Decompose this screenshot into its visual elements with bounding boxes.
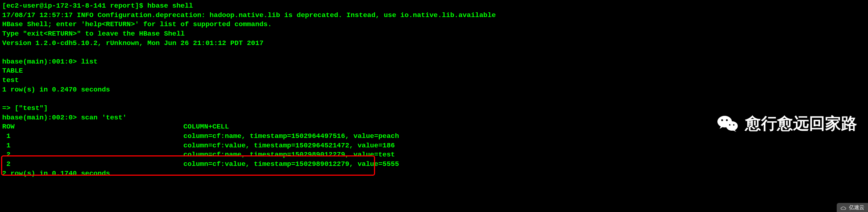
list-row: test — [2, 76, 866, 85]
blank-line — [2, 48, 866, 57]
scan-row-cell: column=cf:name, timestamp=1502964497516,… — [183, 132, 399, 141]
scan-row: 1column=cf:name, timestamp=1502964497516… — [2, 132, 866, 141]
scan-row: 1column=cf:value, timestamp=150296452147… — [2, 141, 866, 151]
scan-row-key: 1 — [2, 141, 183, 151]
scan-row: 2column=cf:name, timestamp=1502989012279… — [2, 150, 866, 160]
scan-row-cell: column=cf:value, timestamp=1502989012279… — [183, 160, 399, 169]
hbase-command: list — [81, 58, 98, 66]
corner-badge: 亿速云 — [837, 203, 868, 212]
hbase-prompt: hbase(main):001:0> — [2, 58, 81, 66]
shell-prompt: [ec2-user@ip-172-31-8-141 report]$ — [2, 2, 147, 10]
scan-row-cell: column=cf:value, timestamp=1502964521472… — [183, 141, 395, 151]
banner-line: 17/08/17 12:57:17 INFO Configuration.dep… — [2, 11, 866, 20]
scan-header: ROWCOLUMN+CELL — [2, 122, 866, 132]
shell-command: hbase shell — [147, 2, 193, 10]
scan-row-key: 1 — [2, 132, 183, 141]
scan-header-row: ROW — [2, 122, 183, 132]
list-summary: 1 row(s) in 0.2470 seconds — [2, 85, 866, 95]
list-header: TABLE — [2, 66, 866, 76]
shell-prompt-line: [ec2-user@ip-172-31-8-141 report]$ hbase… — [2, 1, 866, 11]
scan-header-col: COLUMN+CELL — [183, 122, 229, 132]
scan-row: 2column=cf:value, timestamp=150298901227… — [2, 160, 866, 169]
banner-line: Version 1.2.0-cdh5.10.2, rUnknown, Mon J… — [2, 39, 866, 48]
corner-badge-text: 亿速云 — [849, 204, 864, 211]
scan-row-cell: column=cf:name, timestamp=1502989012279,… — [183, 150, 395, 160]
hbase-prompt: hbase(main):002:0> — [2, 114, 81, 122]
hbase-prompt-line: hbase(main):002:0> scan 'test' — [2, 113, 866, 123]
hbase-prompt-line: hbase(main):001:0> list — [2, 57, 866, 67]
scan-summary: 2 row(s) in 0.1740 seconds — [2, 169, 866, 179]
scan-row-key: 2 — [2, 160, 183, 169]
scan-row-key: 2 — [2, 150, 183, 160]
terminal-output[interactable]: [ec2-user@ip-172-31-8-141 report]$ hbase… — [2, 1, 866, 178]
cloud-icon — [840, 205, 847, 210]
banner-line: Type "exit<RETURN>" to leave the HBase S… — [2, 29, 866, 39]
banner-line: HBase Shell; enter 'help<RETURN>' for li… — [2, 20, 866, 29]
list-return: => ["test"] — [2, 104, 866, 113]
blank-line — [2, 94, 866, 104]
hbase-command: scan 'test' — [81, 114, 127, 122]
